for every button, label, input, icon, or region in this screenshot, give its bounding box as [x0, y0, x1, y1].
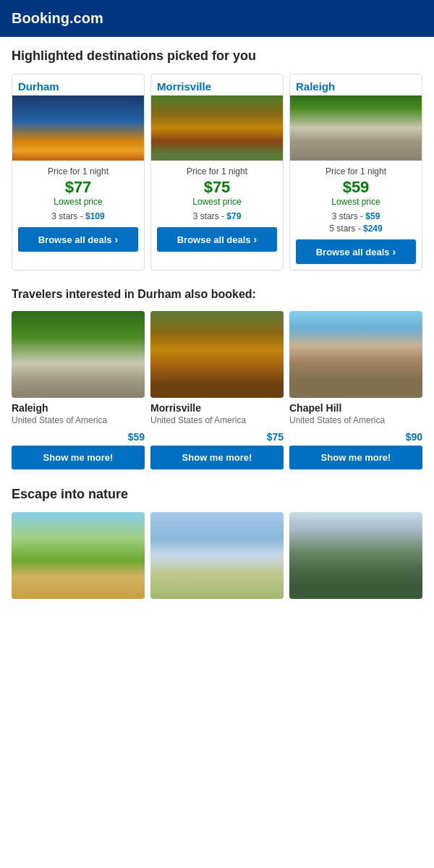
- dest-body-durham: Price for 1 night $77 Lowest price 3 sta…: [12, 161, 144, 258]
- destinations-row: Durham Price for 1 night $77 Lowest pric…: [12, 74, 422, 271]
- price-main-durham: $77: [18, 178, 138, 197]
- nature-image-1: [12, 512, 145, 599]
- price-lowest-durham: Lowest price: [18, 197, 138, 207]
- also-name-morrisville: Morrisville: [150, 402, 284, 414]
- dest-image-raleigh: [290, 95, 422, 161]
- price-label-morrisville: Price for 1 night: [157, 166, 277, 176]
- dest-card-raleigh: Raleigh Price for 1 night $59 Lowest pri…: [289, 74, 422, 271]
- dest-name-durham: Durham: [12, 75, 144, 95]
- also-price-morrisville: $75: [150, 431, 284, 443]
- dest-image-durham: [12, 95, 144, 161]
- also-card-raleigh: Raleigh United States of America $59 Sho…: [12, 311, 145, 469]
- price-lowest-raleigh: Lowest price: [296, 197, 416, 207]
- also-country-morrisville: United States of America: [150, 415, 284, 425]
- nature-card-3: [289, 512, 422, 599]
- also-booked-title: Travelers interested in Durham also book…: [12, 288, 422, 301]
- price-lowest-morrisville: Lowest price: [157, 197, 277, 207]
- also-name-raleigh: Raleigh: [12, 402, 145, 414]
- escape-section: Escape into nature: [12, 487, 422, 599]
- also-price-chapel-hill: $90: [289, 431, 422, 443]
- also-image-raleigh: [12, 311, 145, 398]
- also-card-chapel-hill: Chapel Hill United States of America $90…: [289, 311, 422, 469]
- also-price-raleigh: $59: [12, 431, 145, 443]
- dest-card-morrisville: Morrisville Price for 1 night $75 Lowest…: [150, 74, 284, 271]
- chevron-right-icon: ›: [254, 234, 258, 245]
- price-label-durham: Price for 1 night: [18, 166, 138, 176]
- browse-btn-durham[interactable]: Browse all deals ›: [18, 227, 138, 252]
- nature-row: [12, 512, 422, 599]
- browse-btn-raleigh[interactable]: Browse all deals ›: [296, 239, 416, 264]
- dest-name-morrisville: Morrisville: [151, 75, 283, 95]
- also-card-morrisville: Morrisville United States of America $75…: [150, 311, 284, 469]
- browse-btn-morrisville[interactable]: Browse all deals ›: [157, 227, 277, 252]
- star-row-raleigh-3: 3 stars - $59: [296, 211, 416, 221]
- nature-image-3: [289, 512, 422, 599]
- dest-name-raleigh: Raleigh: [290, 75, 422, 95]
- header: Booking.com: [0, 0, 434, 37]
- show-more-btn-raleigh[interactable]: Show me more!: [12, 446, 145, 469]
- star-row-raleigh-5: 5 stars - $249: [296, 224, 416, 234]
- dest-image-morrisville: [151, 95, 283, 161]
- nature-image-2: [150, 512, 284, 599]
- booking-logo: Booking.com: [12, 10, 103, 26]
- also-image-chapel-hill: [289, 311, 422, 398]
- also-country-chapel-hill: United States of America: [289, 415, 422, 425]
- dest-body-morrisville: Price for 1 night $75 Lowest price 3 sta…: [151, 161, 283, 258]
- show-more-btn-chapel-hill[interactable]: Show me more!: [289, 446, 422, 469]
- also-booked-section: Travelers interested in Durham also book…: [12, 288, 422, 469]
- dest-card-durham: Durham Price for 1 night $77 Lowest pric…: [12, 74, 145, 271]
- nature-card-2: [150, 512, 284, 599]
- escape-title: Escape into nature: [12, 487, 422, 502]
- also-country-raleigh: United States of America: [12, 415, 145, 425]
- highlighted-title: Highlighted destinations picked for you: [12, 48, 422, 64]
- dest-body-raleigh: Price for 1 night $59 Lowest price 3 sta…: [290, 161, 422, 270]
- main-content: Highlighted destinations picked for you …: [0, 37, 434, 610]
- chevron-right-icon: ›: [393, 246, 396, 258]
- nature-card-1: [12, 512, 145, 599]
- highlighted-section: Highlighted destinations picked for you …: [12, 48, 422, 271]
- star-row-morrisville-3: 3 stars - $79: [157, 211, 277, 221]
- chevron-right-icon: ›: [115, 234, 119, 245]
- price-main-raleigh: $59: [296, 178, 416, 197]
- also-image-morrisville: [150, 311, 284, 398]
- also-name-chapel-hill: Chapel Hill: [289, 402, 422, 414]
- show-more-btn-morrisville[interactable]: Show me more!: [150, 446, 284, 469]
- price-label-raleigh: Price for 1 night: [296, 166, 416, 176]
- also-booked-row: Raleigh United States of America $59 Sho…: [12, 311, 422, 469]
- price-main-morrisville: $75: [157, 178, 277, 197]
- star-row-durham-3: 3 stars - $109: [18, 211, 138, 221]
